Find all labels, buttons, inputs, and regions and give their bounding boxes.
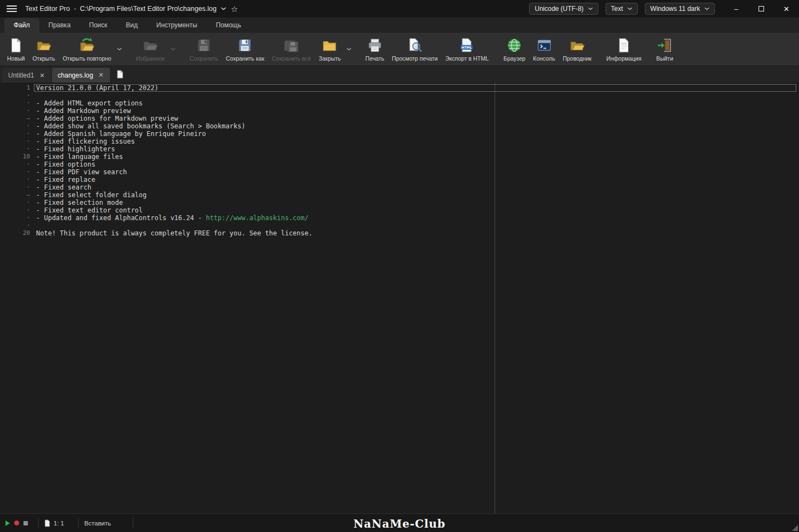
editor-line[interactable]: ·- Fixed selection mode: [0, 199, 796, 206]
editor-line[interactable]: ·- Fixed search: [0, 184, 796, 191]
folder-close-icon: [321, 37, 338, 54]
editor-line[interactable]: ·- Added Spanish language by Enrique Pin…: [0, 130, 796, 138]
toolbar-button-label: Сохранить всё: [272, 55, 311, 62]
resize-grip-icon[interactable]: [792, 525, 798, 531]
line-text: - Added show all saved bookmarks (Search…: [34, 122, 796, 130]
toolbar-button-save-all: Сохранить всё: [268, 35, 315, 63]
tab-changes-log[interactable]: changes.log ✕: [52, 68, 110, 82]
editor-line[interactable]: –- Added options for Markdown preview: [0, 115, 796, 122]
editor-line[interactable]: 10- Fixed language files: [0, 153, 796, 161]
title-bar-right: Unicode (UTF-8) Text Windows 11 dark – ✕: [522, 0, 799, 17]
toolbar-button-label: Консоль: [533, 55, 555, 62]
filetype-value: Text: [611, 5, 623, 13]
editor-line[interactable]: ·: [0, 222, 796, 229]
line-text: - Fixed highlighters: [34, 145, 796, 153]
editor-line[interactable]: 1Version 21.0.0 (April 17, 2022): [0, 84, 796, 92]
new-document-icon[interactable]: [110, 66, 130, 82]
editor-line[interactable]: ·- Fixed highlighters: [0, 145, 796, 153]
editor[interactable]: 1Version 21.0.0 (April 17, 2022)··- Adde…: [0, 82, 799, 513]
toolbar-button-label: Выйти: [656, 55, 673, 62]
recent-files-chevron-icon[interactable]: [221, 7, 226, 10]
stop-indicator-icon[interactable]: [24, 521, 28, 525]
toolbar-dropdown-reopen[interactable]: [115, 38, 124, 61]
toolbar-button-explorer[interactable]: Проводник: [559, 35, 596, 63]
folder-favorites-icon: [142, 37, 158, 54]
line-number: ·: [0, 99, 34, 107]
close-button[interactable]: ✕: [774, 0, 799, 17]
filetype-select[interactable]: Text: [606, 3, 638, 15]
menu-tab-edit[interactable]: Правка: [39, 18, 80, 33]
floppy-save-all-icon: [283, 37, 299, 54]
favorite-star-icon[interactable]: ☆: [231, 5, 238, 13]
line-number: –: [0, 191, 34, 199]
menu-tab-tools[interactable]: Инструменты: [147, 18, 207, 33]
menu-tab-file[interactable]: Файл: [4, 18, 39, 33]
toolbar-button-label: Информация: [606, 55, 641, 62]
editor-line[interactable]: ·- Fixed text editor control: [0, 206, 796, 214]
chevron-down-icon: [627, 7, 632, 10]
toolbar-button-reopen[interactable]: Открыть повторно: [59, 35, 115, 63]
tab-untitled1[interactable]: Untitled1 ✕: [2, 68, 51, 82]
toolbar-button-label: Просмотр печати: [392, 55, 438, 62]
toolbar-button-console[interactable]: Консоль: [529, 35, 559, 63]
tab-close-icon[interactable]: ✕: [39, 73, 44, 79]
editor-line[interactable]: ·- Fixed PDF view search: [0, 168, 796, 176]
toolbar-button-close[interactable]: Закрыть: [315, 35, 344, 63]
theme-select[interactable]: Windows 11 dark: [645, 3, 715, 15]
editor-line[interactable]: ·- Added Markdown preview: [0, 107, 796, 115]
line-text: - Added HTML export options: [34, 99, 796, 107]
editor-line[interactable]: ·- Fixed options: [0, 161, 796, 168]
editor-line[interactable]: ·- Updated and fixed AlphaControls v16.2…: [0, 214, 796, 222]
line-text: [34, 92, 796, 99]
menu-tab-help[interactable]: Помощь: [207, 18, 250, 33]
line-number: 10: [0, 153, 34, 161]
toolbar-button-export-html[interactable]: HTMLЭкспорт в HTML: [442, 35, 492, 63]
editor-line[interactable]: –- Fixed select folder dialog: [0, 191, 796, 199]
editor-line[interactable]: ·- Added HTML export options: [0, 99, 796, 107]
toolbar-button-info[interactable]: Информация: [602, 35, 645, 63]
line-number: –: [0, 115, 34, 122]
editor-line[interactable]: ·- Fixed replace: [0, 176, 796, 184]
line-number: 1: [0, 84, 34, 92]
editor-line[interactable]: ·: [0, 92, 796, 99]
folder-reopen-icon: [79, 37, 95, 54]
editor-line[interactable]: ·- Added show all saved bookmarks (Searc…: [0, 122, 796, 130]
hamburger-menu-icon[interactable]: [7, 5, 17, 12]
toolbar-button-open[interactable]: Открыть: [28, 35, 58, 63]
toolbar-button-favorites: Избранное: [132, 35, 169, 63]
menu-tab-search[interactable]: Поиск: [80, 18, 116, 33]
toolbar-button-label: Сохранить: [190, 55, 218, 62]
toolbar-button-print-preview[interactable]: Просмотр печати: [388, 35, 442, 63]
maximize-icon: [759, 6, 764, 11]
insert-mode-indicator[interactable]: Вставить: [84, 520, 111, 527]
record-indicator-icon[interactable]: [14, 521, 19, 525]
document-icon: [44, 519, 50, 527]
run-indicator-icon[interactable]: [5, 521, 10, 526]
toolbar-button-save-as[interactable]: Сохранить как: [222, 35, 268, 63]
toolbar-button-new[interactable]: Новый: [3, 35, 28, 63]
line-text: Version 21.0.0 (April 17, 2022): [34, 84, 796, 92]
editor-line[interactable]: ·- Fixed flickering issues: [0, 138, 796, 145]
menu-tab-view[interactable]: Вид: [116, 18, 147, 33]
info-document-icon: [616, 37, 632, 54]
toolbar-button-exit[interactable]: Выйти: [653, 35, 677, 63]
maximize-button[interactable]: [749, 0, 774, 17]
editor-line[interactable]: 20Note! This product is always completel…: [0, 229, 796, 237]
caret-position: 1: 1: [54, 520, 64, 527]
encoding-select[interactable]: Unicode (UTF-8): [529, 3, 598, 15]
line-text: - Fixed text editor control: [34, 206, 796, 214]
toolbar-button-print[interactable]: Печать: [362, 35, 388, 63]
title-separator: -: [74, 5, 76, 13]
toolbar-button-save: Сохранить: [186, 35, 222, 63]
tab-close-icon[interactable]: ✕: [98, 72, 103, 78]
url-link[interactable]: http://www.alphaskins.com/: [206, 214, 309, 222]
toolbar-button-label: Избранное: [136, 55, 165, 62]
line-number: ·: [0, 214, 34, 222]
line-text: - Added Markdown preview: [34, 107, 796, 115]
minimize-button[interactable]: –: [724, 0, 749, 17]
exit-door-icon: [656, 37, 673, 54]
status-bar: 1: 1 Вставить NaNaMe-Club: [0, 513, 799, 532]
toolbar-button-browser[interactable]: Браузер: [500, 35, 529, 63]
toolbar-dropdown-close[interactable]: [345, 38, 353, 61]
line-number: ·: [0, 107, 34, 115]
